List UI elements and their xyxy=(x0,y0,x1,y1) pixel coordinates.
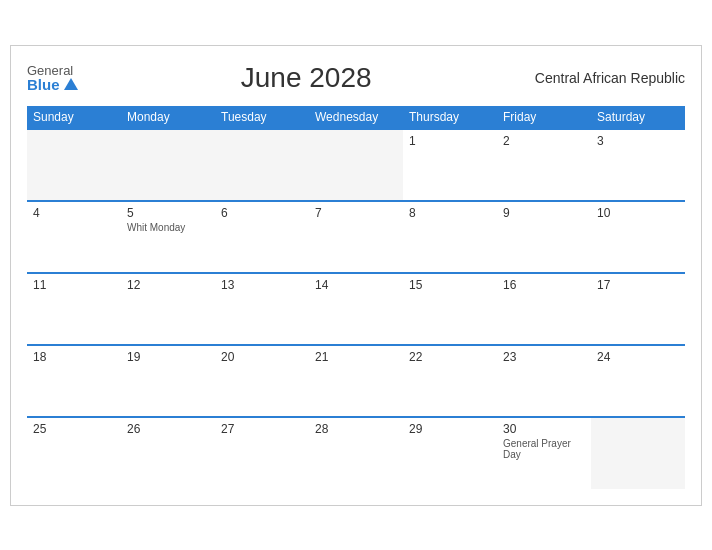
weekday-header: Tuesday xyxy=(215,106,309,129)
day-number: 9 xyxy=(503,206,585,220)
calendar-day-cell: 29 xyxy=(403,417,497,489)
day-number: 24 xyxy=(597,350,679,364)
day-number: 12 xyxy=(127,278,209,292)
day-number: 2 xyxy=(503,134,585,148)
calendar-day-cell: 10 xyxy=(591,201,685,273)
calendar-day-cell: 23 xyxy=(497,345,591,417)
day-number: 19 xyxy=(127,350,209,364)
calendar-day-cell: 11 xyxy=(27,273,121,345)
calendar-week-row: 18192021222324 xyxy=(27,345,685,417)
weekday-header: Sunday xyxy=(27,106,121,129)
weekday-header: Thursday xyxy=(403,106,497,129)
calendar-day-cell: 19 xyxy=(121,345,215,417)
calendar-day-cell: 28 xyxy=(309,417,403,489)
day-number: 23 xyxy=(503,350,585,364)
calendar-day-cell xyxy=(121,129,215,201)
calendar-day-cell: 30General Prayer Day xyxy=(497,417,591,489)
calendar-day-cell: 15 xyxy=(403,273,497,345)
calendar-day-cell: 13 xyxy=(215,273,309,345)
day-number: 8 xyxy=(409,206,491,220)
day-number: 3 xyxy=(597,134,679,148)
holiday-label: General Prayer Day xyxy=(503,438,585,460)
day-number: 20 xyxy=(221,350,303,364)
day-number: 29 xyxy=(409,422,491,436)
day-number: 14 xyxy=(315,278,397,292)
day-number: 15 xyxy=(409,278,491,292)
weekday-header-row: SundayMondayTuesdayWednesdayThursdayFrid… xyxy=(27,106,685,129)
day-number: 26 xyxy=(127,422,209,436)
day-number: 17 xyxy=(597,278,679,292)
calendar-day-cell: 9 xyxy=(497,201,591,273)
calendar-title: June 2028 xyxy=(241,62,372,94)
day-number: 7 xyxy=(315,206,397,220)
logo: General Blue xyxy=(27,64,78,92)
calendar-day-cell xyxy=(27,129,121,201)
day-number: 21 xyxy=(315,350,397,364)
calendar-day-cell: 16 xyxy=(497,273,591,345)
weekday-header: Monday xyxy=(121,106,215,129)
calendar-day-cell xyxy=(215,129,309,201)
calendar-day-cell: 7 xyxy=(309,201,403,273)
calendar-day-cell: 4 xyxy=(27,201,121,273)
calendar-day-cell: 14 xyxy=(309,273,403,345)
day-number: 4 xyxy=(33,206,115,220)
weekday-header: Friday xyxy=(497,106,591,129)
day-number: 27 xyxy=(221,422,303,436)
calendar-header: General Blue June 2028 Central African R… xyxy=(27,62,685,94)
calendar-day-cell: 21 xyxy=(309,345,403,417)
day-number: 10 xyxy=(597,206,679,220)
calendar-day-cell: 18 xyxy=(27,345,121,417)
day-number: 16 xyxy=(503,278,585,292)
weekday-header: Wednesday xyxy=(309,106,403,129)
calendar-week-row: 252627282930General Prayer Day xyxy=(27,417,685,489)
calendar-day-cell: 12 xyxy=(121,273,215,345)
calendar-day-cell: 6 xyxy=(215,201,309,273)
day-number: 30 xyxy=(503,422,585,436)
day-number: 5 xyxy=(127,206,209,220)
calendar-day-cell xyxy=(591,417,685,489)
calendar-day-cell: 26 xyxy=(121,417,215,489)
calendar-container: General Blue June 2028 Central African R… xyxy=(10,45,702,506)
calendar-day-cell: 2 xyxy=(497,129,591,201)
logo-general-text: General xyxy=(27,64,78,77)
weekday-header: Saturday xyxy=(591,106,685,129)
day-number: 18 xyxy=(33,350,115,364)
calendar-week-row: 45Whit Monday678910 xyxy=(27,201,685,273)
day-number: 6 xyxy=(221,206,303,220)
holiday-label: Whit Monday xyxy=(127,222,209,233)
day-number: 28 xyxy=(315,422,397,436)
day-number: 13 xyxy=(221,278,303,292)
calendar-week-row: 11121314151617 xyxy=(27,273,685,345)
logo-blue-text: Blue xyxy=(27,77,78,92)
calendar-region: Central African Republic xyxy=(535,70,685,86)
calendar-day-cell: 24 xyxy=(591,345,685,417)
calendar-grid: SundayMondayTuesdayWednesdayThursdayFrid… xyxy=(27,106,685,489)
calendar-day-cell: 25 xyxy=(27,417,121,489)
day-number: 1 xyxy=(409,134,491,148)
calendar-day-cell: 1 xyxy=(403,129,497,201)
calendar-day-cell xyxy=(309,129,403,201)
calendar-day-cell: 17 xyxy=(591,273,685,345)
calendar-day-cell: 3 xyxy=(591,129,685,201)
day-number: 22 xyxy=(409,350,491,364)
calendar-week-row: 123 xyxy=(27,129,685,201)
day-number: 11 xyxy=(33,278,115,292)
calendar-day-cell: 20 xyxy=(215,345,309,417)
logo-triangle-icon xyxy=(64,78,78,90)
calendar-day-cell: 27 xyxy=(215,417,309,489)
day-number: 25 xyxy=(33,422,115,436)
calendar-day-cell: 22 xyxy=(403,345,497,417)
calendar-day-cell: 8 xyxy=(403,201,497,273)
calendar-day-cell: 5Whit Monday xyxy=(121,201,215,273)
